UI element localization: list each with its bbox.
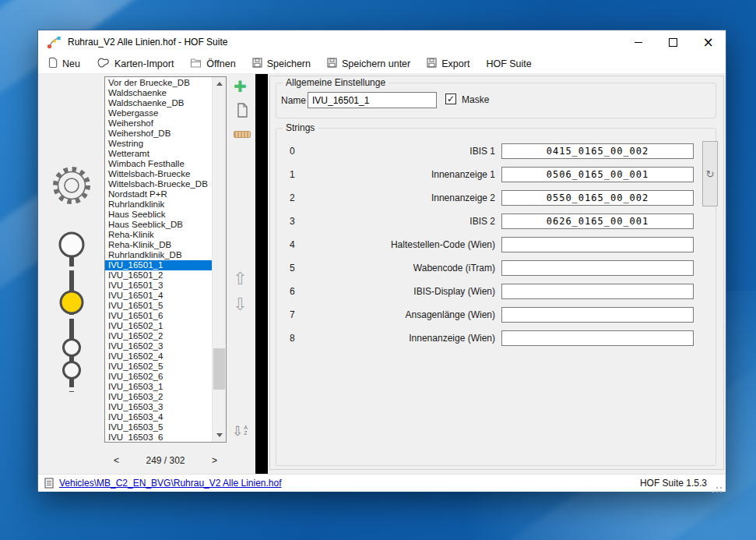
- list-item[interactable]: Wittelsbach-Bruecke: [105, 169, 213, 179]
- file-path-link[interactable]: Vehicles\MB_C2_EN_BVG\Ruhrau_V2 Alle Lin…: [59, 478, 282, 489]
- string-index: 8: [290, 333, 301, 344]
- list-item[interactable]: IVU_16502_4: [105, 351, 213, 362]
- add-entry-button[interactable]: ✚: [234, 77, 247, 96]
- list-scrollbar[interactable]: [212, 77, 226, 442]
- list-item[interactable]: IVU_16501_1: [105, 260, 213, 270]
- string-value-input[interactable]: [501, 260, 694, 276]
- list-item[interactable]: IVU_16502_6: [105, 372, 213, 382]
- open-folder-icon: [190, 58, 202, 70]
- general-settings-title: Allgemeine Einstellunge: [283, 77, 389, 88]
- list-item[interactable]: IVU_16501_2: [105, 270, 213, 281]
- scrollbar-thumb[interactable]: [213, 348, 225, 390]
- list-item[interactable]: Wittelsbach-Bruecke_DB: [105, 179, 213, 189]
- list-item[interactable]: IVU_16502_3: [105, 341, 213, 351]
- list-item[interactable]: Vor der Bruecke_DB: [105, 78, 213, 88]
- toolbar-button-speichern-unter[interactable]: Speichern unter: [327, 58, 410, 70]
- next-page-button[interactable]: >: [212, 455, 217, 466]
- toolbar-button-karten-import[interactable]: Karten-Import: [97, 57, 174, 71]
- arrow-down-icon: ⇩: [233, 295, 247, 314]
- list-item[interactable]: Weihershof: [105, 118, 213, 129]
- toolbar-button-label: HOF Suite: [486, 58, 531, 69]
- version-label: HOF Suite 1.5.3: [640, 478, 707, 489]
- list-item[interactable]: Reha-Klinik_DB: [105, 240, 213, 250]
- toolbar-button-label: Export: [441, 58, 469, 69]
- toolbar-button--ffnen[interactable]: Öffnen: [190, 58, 235, 70]
- scroll-down-arrow[interactable]: [213, 429, 226, 442]
- list-item[interactable]: IVU_16503_1: [105, 382, 213, 392]
- minimize-icon: [635, 42, 642, 43]
- toolbar-button-label: Karten-Import: [114, 58, 174, 69]
- copy-entry-button[interactable]: [234, 101, 249, 121]
- export-icon: [427, 58, 437, 70]
- string-row: 5Wabencode (iTram): [276, 256, 716, 280]
- string-label: Innenanzeige 2: [301, 192, 501, 203]
- list-item[interactable]: Ruhrlandklinik_DB: [105, 250, 213, 260]
- strings-rows: 0IBIS 11Innenanzeige 12Innenanzeige 23IB…: [276, 139, 716, 350]
- list-item[interactable]: Wimbach Festhalle: [105, 159, 213, 169]
- list-item[interactable]: Waldschaenke: [105, 88, 213, 98]
- string-value-input[interactable]: [501, 237, 694, 252]
- list-item[interactable]: IVU_16501_4: [105, 291, 213, 301]
- maximize-button[interactable]: [656, 30, 691, 54]
- list-item[interactable]: IVU_16501_6: [105, 311, 213, 321]
- delete-entry-button[interactable]: [234, 131, 251, 138]
- move-up-button[interactable]: ⇧: [233, 269, 247, 288]
- list-item[interactable]: IVU_16503_2: [105, 392, 213, 402]
- list-item[interactable]: Ruhrlandklinik: [105, 199, 213, 210]
- resize-grip[interactable]: [720, 487, 722, 489]
- list-item[interactable]: IVU_16503_6: [105, 432, 213, 441]
- list-item[interactable]: Haus Seeblick_DB: [105, 220, 213, 230]
- sort-button[interactable]: ⇩ AZ: [232, 423, 248, 439]
- refresh-button[interactable]: ↻: [702, 141, 718, 206]
- list-item[interactable]: Webergasse: [105, 108, 213, 118]
- list-item[interactable]: Waldschaenke_DB: [105, 98, 213, 108]
- move-down-button[interactable]: ⇩: [233, 295, 247, 314]
- title-bar[interactable]: Ruhrau_V2 Alle Linien.hof - HOF Suite ×: [38, 30, 726, 54]
- minimize-button[interactable]: [621, 30, 656, 54]
- list-item[interactable]: Reha-Klinik: [105, 230, 213, 240]
- document-icon: [44, 478, 54, 489]
- list-item[interactable]: IVU_16501_5: [105, 301, 213, 311]
- toolbar-button-neu[interactable]: Neu: [48, 57, 80, 71]
- gear-icon[interactable]: [50, 164, 93, 207]
- stop-list: Vor der Bruecke_DBWaldschaenkeWaldschaen…: [105, 78, 213, 441]
- name-input[interactable]: [308, 92, 437, 108]
- list-item[interactable]: IVU_16503_3: [105, 402, 213, 412]
- save-as-icon: [327, 58, 337, 70]
- string-index: 5: [290, 263, 301, 274]
- string-value-input[interactable]: [501, 214, 694, 229]
- toolbar-button-hof-suite[interactable]: HOF Suite: [486, 58, 531, 69]
- string-value-input[interactable]: [501, 330, 694, 346]
- list-item[interactable]: Haus Seeblick: [105, 210, 213, 220]
- string-value-input[interactable]: [501, 143, 694, 159]
- toolbar-button-export[interactable]: Export: [427, 58, 469, 70]
- scroll-up-arrow[interactable]: [213, 77, 226, 90]
- list-item[interactable]: IVU_16501_3: [105, 281, 213, 291]
- list-item[interactable]: Nordstadt P+R: [105, 189, 213, 199]
- string-index: 4: [290, 239, 301, 250]
- status-bar: Vehicles\MB_C2_EN_BVG\Ruhrau_V2 Alle Lin…: [38, 474, 726, 492]
- strings-group-title: Strings: [283, 122, 318, 133]
- route-stop-small: [64, 362, 80, 379]
- list-item[interactable]: IVU_16502_2: [105, 331, 213, 341]
- string-value-input[interactable]: [501, 284, 694, 299]
- string-row: 3IBIS 2: [276, 210, 716, 233]
- close-button[interactable]: ×: [691, 30, 726, 54]
- toolbar-button-speichern[interactable]: Speichern: [252, 58, 311, 70]
- toolbar-button-label: Neu: [62, 58, 80, 69]
- string-value-input[interactable]: [501, 167, 694, 182]
- list-item[interactable]: IVU_16502_1: [105, 321, 213, 331]
- string-value-input[interactable]: [501, 190, 694, 206]
- string-value-input[interactable]: [501, 307, 694, 323]
- splitter[interactable]: [255, 74, 268, 474]
- name-label: Name: [281, 95, 306, 106]
- maske-checkbox[interactable]: ✓: [445, 94, 456, 104]
- list-item[interactable]: IVU_16503_4: [105, 412, 213, 422]
- list-item[interactable]: Weihershof_DB: [105, 129, 213, 139]
- list-item[interactable]: IVU_16503_5: [105, 422, 213, 432]
- prev-page-button[interactable]: <: [114, 455, 119, 466]
- string-index: 0: [290, 146, 301, 157]
- list-item[interactable]: IVU_16502_5: [105, 362, 213, 372]
- list-item[interactable]: Wetteramt: [105, 149, 213, 159]
- list-item[interactable]: Westring: [105, 139, 213, 149]
